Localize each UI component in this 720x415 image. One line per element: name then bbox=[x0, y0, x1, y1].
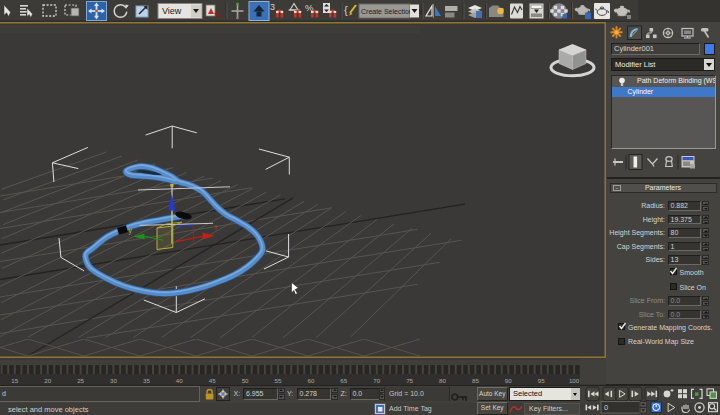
svg-text:90: 90 bbox=[505, 377, 512, 384]
svg-text:50: 50 bbox=[242, 377, 249, 384]
svg-text:70: 70 bbox=[373, 377, 380, 384]
svg-text:35: 35 bbox=[143, 377, 150, 384]
svg-text:40: 40 bbox=[176, 377, 183, 384]
svg-text:0: 0 bbox=[604, 403, 608, 412]
svg-text:45: 45 bbox=[209, 377, 216, 384]
svg-text:80: 80 bbox=[439, 377, 446, 384]
svg-text:95: 95 bbox=[538, 377, 545, 384]
svg-text:100: 100 bbox=[569, 377, 580, 384]
svg-text:65: 65 bbox=[340, 377, 347, 384]
svg-text:3: 3 bbox=[270, 2, 275, 12]
svg-text:25: 25 bbox=[77, 377, 84, 384]
svg-text:View: View bbox=[162, 6, 182, 16]
svg-text:15: 15 bbox=[11, 377, 18, 384]
svg-text:20: 20 bbox=[44, 377, 51, 384]
svg-text:30: 30 bbox=[110, 377, 117, 384]
svg-text:55: 55 bbox=[275, 377, 282, 384]
svg-text:{: { bbox=[344, 4, 348, 16]
svg-text:60: 60 bbox=[307, 377, 314, 384]
svg-text:85: 85 bbox=[472, 377, 479, 384]
svg-text:75: 75 bbox=[406, 377, 413, 384]
